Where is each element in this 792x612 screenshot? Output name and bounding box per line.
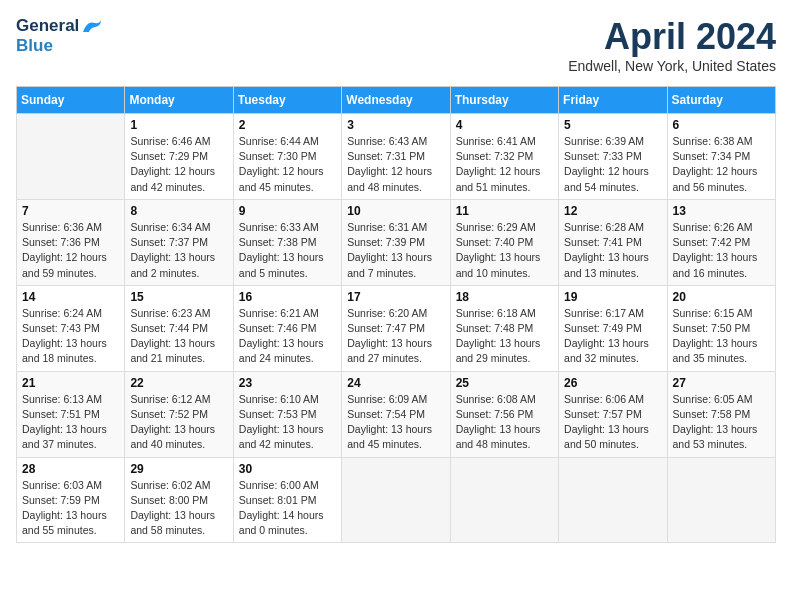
calendar-cell: 21Sunrise: 6:13 AM Sunset: 7:51 PM Dayli… bbox=[17, 371, 125, 457]
day-info: Sunrise: 6:34 AM Sunset: 7:37 PM Dayligh… bbox=[130, 220, 227, 281]
day-number: 6 bbox=[673, 118, 770, 132]
calendar-week-2: 7Sunrise: 6:36 AM Sunset: 7:36 PM Daylig… bbox=[17, 199, 776, 285]
day-number: 16 bbox=[239, 290, 336, 304]
calendar-cell: 30Sunrise: 6:00 AM Sunset: 8:01 PM Dayli… bbox=[233, 457, 341, 543]
calendar-cell: 16Sunrise: 6:21 AM Sunset: 7:46 PM Dayli… bbox=[233, 285, 341, 371]
calendar-cell: 11Sunrise: 6:29 AM Sunset: 7:40 PM Dayli… bbox=[450, 199, 558, 285]
day-number: 8 bbox=[130, 204, 227, 218]
day-number: 29 bbox=[130, 462, 227, 476]
day-info: Sunrise: 6:44 AM Sunset: 7:30 PM Dayligh… bbox=[239, 134, 336, 195]
calendar-week-1: 1Sunrise: 6:46 AM Sunset: 7:29 PM Daylig… bbox=[17, 114, 776, 200]
column-header-wednesday: Wednesday bbox=[342, 87, 450, 114]
day-number: 23 bbox=[239, 376, 336, 390]
calendar-week-3: 14Sunrise: 6:24 AM Sunset: 7:43 PM Dayli… bbox=[17, 285, 776, 371]
day-info: Sunrise: 6:20 AM Sunset: 7:47 PM Dayligh… bbox=[347, 306, 444, 367]
day-number: 28 bbox=[22, 462, 119, 476]
calendar-cell: 26Sunrise: 6:06 AM Sunset: 7:57 PM Dayli… bbox=[559, 371, 667, 457]
logo-blue: Blue bbox=[16, 36, 53, 56]
calendar-cell bbox=[342, 457, 450, 543]
calendar-cell: 6Sunrise: 6:38 AM Sunset: 7:34 PM Daylig… bbox=[667, 114, 775, 200]
day-info: Sunrise: 6:46 AM Sunset: 7:29 PM Dayligh… bbox=[130, 134, 227, 195]
logo-bird-icon bbox=[81, 18, 103, 34]
day-number: 24 bbox=[347, 376, 444, 390]
calendar-cell: 7Sunrise: 6:36 AM Sunset: 7:36 PM Daylig… bbox=[17, 199, 125, 285]
calendar-cell: 28Sunrise: 6:03 AM Sunset: 7:59 PM Dayli… bbox=[17, 457, 125, 543]
calendar-cell: 15Sunrise: 6:23 AM Sunset: 7:44 PM Dayli… bbox=[125, 285, 233, 371]
page-title: April 2024 bbox=[568, 16, 776, 58]
day-number: 2 bbox=[239, 118, 336, 132]
day-info: Sunrise: 6:24 AM Sunset: 7:43 PM Dayligh… bbox=[22, 306, 119, 367]
calendar-cell bbox=[450, 457, 558, 543]
day-info: Sunrise: 6:17 AM Sunset: 7:49 PM Dayligh… bbox=[564, 306, 661, 367]
day-number: 27 bbox=[673, 376, 770, 390]
calendar-body: 1Sunrise: 6:46 AM Sunset: 7:29 PM Daylig… bbox=[17, 114, 776, 543]
day-number: 21 bbox=[22, 376, 119, 390]
day-number: 13 bbox=[673, 204, 770, 218]
calendar-cell: 2Sunrise: 6:44 AM Sunset: 7:30 PM Daylig… bbox=[233, 114, 341, 200]
calendar-cell: 20Sunrise: 6:15 AM Sunset: 7:50 PM Dayli… bbox=[667, 285, 775, 371]
day-number: 25 bbox=[456, 376, 553, 390]
calendar-cell: 5Sunrise: 6:39 AM Sunset: 7:33 PM Daylig… bbox=[559, 114, 667, 200]
calendar-cell: 13Sunrise: 6:26 AM Sunset: 7:42 PM Dayli… bbox=[667, 199, 775, 285]
calendar-cell: 22Sunrise: 6:12 AM Sunset: 7:52 PM Dayli… bbox=[125, 371, 233, 457]
day-info: Sunrise: 6:18 AM Sunset: 7:48 PM Dayligh… bbox=[456, 306, 553, 367]
day-info: Sunrise: 6:26 AM Sunset: 7:42 PM Dayligh… bbox=[673, 220, 770, 281]
day-number: 3 bbox=[347, 118, 444, 132]
calendar-cell: 25Sunrise: 6:08 AM Sunset: 7:56 PM Dayli… bbox=[450, 371, 558, 457]
calendar-cell: 23Sunrise: 6:10 AM Sunset: 7:53 PM Dayli… bbox=[233, 371, 341, 457]
day-info: Sunrise: 6:36 AM Sunset: 7:36 PM Dayligh… bbox=[22, 220, 119, 281]
day-info: Sunrise: 6:29 AM Sunset: 7:40 PM Dayligh… bbox=[456, 220, 553, 281]
column-header-tuesday: Tuesday bbox=[233, 87, 341, 114]
day-info: Sunrise: 6:09 AM Sunset: 7:54 PM Dayligh… bbox=[347, 392, 444, 453]
day-info: Sunrise: 6:08 AM Sunset: 7:56 PM Dayligh… bbox=[456, 392, 553, 453]
calendar-cell: 10Sunrise: 6:31 AM Sunset: 7:39 PM Dayli… bbox=[342, 199, 450, 285]
day-info: Sunrise: 6:28 AM Sunset: 7:41 PM Dayligh… bbox=[564, 220, 661, 281]
logo: General Blue bbox=[16, 16, 103, 56]
calendar-cell: 12Sunrise: 6:28 AM Sunset: 7:41 PM Dayli… bbox=[559, 199, 667, 285]
calendar-cell: 24Sunrise: 6:09 AM Sunset: 7:54 PM Dayli… bbox=[342, 371, 450, 457]
day-info: Sunrise: 6:15 AM Sunset: 7:50 PM Dayligh… bbox=[673, 306, 770, 367]
calendar-week-5: 28Sunrise: 6:03 AM Sunset: 7:59 PM Dayli… bbox=[17, 457, 776, 543]
day-info: Sunrise: 6:00 AM Sunset: 8:01 PM Dayligh… bbox=[239, 478, 336, 539]
day-number: 20 bbox=[673, 290, 770, 304]
day-info: Sunrise: 6:33 AM Sunset: 7:38 PM Dayligh… bbox=[239, 220, 336, 281]
calendar-cell bbox=[667, 457, 775, 543]
page-subtitle: Endwell, New York, United States bbox=[568, 58, 776, 74]
day-info: Sunrise: 6:03 AM Sunset: 7:59 PM Dayligh… bbox=[22, 478, 119, 539]
day-number: 22 bbox=[130, 376, 227, 390]
logo-general: General bbox=[16, 16, 79, 36]
calendar-cell: 19Sunrise: 6:17 AM Sunset: 7:49 PM Dayli… bbox=[559, 285, 667, 371]
day-info: Sunrise: 6:38 AM Sunset: 7:34 PM Dayligh… bbox=[673, 134, 770, 195]
calendar-week-4: 21Sunrise: 6:13 AM Sunset: 7:51 PM Dayli… bbox=[17, 371, 776, 457]
day-number: 1 bbox=[130, 118, 227, 132]
calendar-cell: 4Sunrise: 6:41 AM Sunset: 7:32 PM Daylig… bbox=[450, 114, 558, 200]
day-number: 10 bbox=[347, 204, 444, 218]
day-number: 12 bbox=[564, 204, 661, 218]
calendar-cell: 9Sunrise: 6:33 AM Sunset: 7:38 PM Daylig… bbox=[233, 199, 341, 285]
calendar-cell: 1Sunrise: 6:46 AM Sunset: 7:29 PM Daylig… bbox=[125, 114, 233, 200]
day-number: 19 bbox=[564, 290, 661, 304]
day-number: 18 bbox=[456, 290, 553, 304]
day-number: 17 bbox=[347, 290, 444, 304]
title-block: April 2024 Endwell, New York, United Sta… bbox=[568, 16, 776, 74]
day-info: Sunrise: 6:10 AM Sunset: 7:53 PM Dayligh… bbox=[239, 392, 336, 453]
day-info: Sunrise: 6:43 AM Sunset: 7:31 PM Dayligh… bbox=[347, 134, 444, 195]
calendar-cell: 14Sunrise: 6:24 AM Sunset: 7:43 PM Dayli… bbox=[17, 285, 125, 371]
day-info: Sunrise: 6:39 AM Sunset: 7:33 PM Dayligh… bbox=[564, 134, 661, 195]
day-number: 14 bbox=[22, 290, 119, 304]
column-header-friday: Friday bbox=[559, 87, 667, 114]
day-info: Sunrise: 6:05 AM Sunset: 7:58 PM Dayligh… bbox=[673, 392, 770, 453]
day-number: 7 bbox=[22, 204, 119, 218]
calendar-cell: 29Sunrise: 6:02 AM Sunset: 8:00 PM Dayli… bbox=[125, 457, 233, 543]
day-info: Sunrise: 6:21 AM Sunset: 7:46 PM Dayligh… bbox=[239, 306, 336, 367]
day-number: 30 bbox=[239, 462, 336, 476]
calendar-cell: 18Sunrise: 6:18 AM Sunset: 7:48 PM Dayli… bbox=[450, 285, 558, 371]
day-info: Sunrise: 6:02 AM Sunset: 8:00 PM Dayligh… bbox=[130, 478, 227, 539]
day-info: Sunrise: 6:06 AM Sunset: 7:57 PM Dayligh… bbox=[564, 392, 661, 453]
column-header-thursday: Thursday bbox=[450, 87, 558, 114]
day-info: Sunrise: 6:41 AM Sunset: 7:32 PM Dayligh… bbox=[456, 134, 553, 195]
calendar-cell bbox=[17, 114, 125, 200]
day-number: 11 bbox=[456, 204, 553, 218]
day-number: 26 bbox=[564, 376, 661, 390]
calendar-cell bbox=[559, 457, 667, 543]
